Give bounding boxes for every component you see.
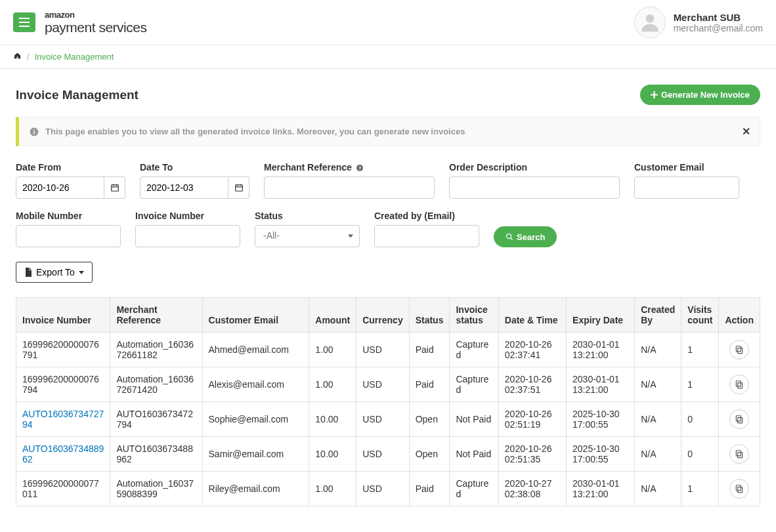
cell-created-by: N/A	[635, 437, 681, 472]
cell-invoice-status: Not Paid	[450, 437, 498, 472]
date-from-group: Date From	[16, 162, 125, 199]
status-group: Status -All-	[255, 211, 360, 247]
cell-currency: USD	[356, 402, 409, 437]
page-header: Invoice Management Generate New Invoice	[0, 69, 776, 117]
th-amount[interactable]: Amount	[309, 298, 356, 333]
merchant-ref-label: Merchant Reference ?	[264, 162, 435, 173]
invoice-number-group: Invoice Number	[135, 211, 240, 247]
menu-toggle-button[interactable]	[13, 12, 35, 32]
date-to-input[interactable]	[140, 176, 228, 199]
date-from-input[interactable]	[16, 176, 104, 199]
cell-invoice-number: 169996200000077011	[16, 472, 110, 506]
copy-button[interactable]	[729, 409, 749, 429]
date-to-picker-button[interactable]	[228, 176, 249, 199]
content: This page enables you to view all the ge…	[0, 117, 776, 522]
th-status[interactable]: Status	[409, 298, 450, 333]
cell-invoice-status: Captured	[450, 367, 498, 402]
cell-date-time: 2020-10-26 02:37:51	[498, 367, 566, 402]
th-invoice-status[interactable]: Invoice status	[450, 298, 498, 333]
date-from-picker-button[interactable]	[104, 176, 125, 199]
order-desc-group: Order Description	[449, 162, 620, 199]
home-icon[interactable]	[13, 52, 22, 62]
cell-expiry-date: 2025-10-30 17:00:55	[567, 402, 635, 437]
user-info: Merchant SUB merchant@email.com	[674, 12, 763, 33]
cell-currency: USD	[356, 437, 409, 472]
table-row: 169996200000076791Automation_16036726611…	[16, 333, 760, 367]
customer-email-label: Customer Email	[634, 162, 739, 173]
search-button[interactable]: Search	[494, 226, 557, 247]
th-invoice-number[interactable]: Invoice Number	[16, 298, 110, 333]
brand-top: amazon	[45, 10, 146, 19]
created-by-label: Created by (Email)	[374, 211, 479, 221]
th-customer-email[interactable]: Customer Email	[202, 298, 309, 333]
th-merchant-reference[interactable]: Merchant Reference	[110, 298, 202, 333]
table-header-row: Invoice Number Merchant Reference Custom…	[16, 298, 760, 333]
invoice-number-input[interactable]	[135, 225, 240, 247]
svg-rect-10	[737, 346, 741, 352]
cell-currency: USD	[356, 333, 409, 367]
export-button[interactable]: Export To	[16, 262, 93, 283]
cell-customer-email: Alexis@email.com	[202, 367, 309, 402]
merchant-ref-input[interactable]	[264, 176, 435, 199]
mobile-number-input[interactable]	[16, 225, 121, 247]
close-icon[interactable]: ✕	[742, 125, 750, 138]
status-select[interactable]: -All-	[255, 225, 360, 247]
help-icon[interactable]: ?	[356, 164, 364, 172]
copy-icon	[735, 415, 744, 424]
th-action: Action	[719, 298, 760, 333]
date-from-label: Date From	[16, 162, 125, 173]
svg-rect-2	[33, 131, 35, 134]
cell-expiry-date: 2025-10-30 17:00:55	[567, 437, 635, 472]
th-currency[interactable]: Currency	[356, 298, 409, 333]
cell-merchant-reference: AUTO1603673472794	[110, 402, 202, 437]
date-to-label: Date To	[140, 162, 249, 173]
cell-visits-count: 1	[681, 333, 719, 367]
customer-email-input[interactable]	[634, 176, 739, 199]
export-button-label: Export To	[36, 267, 75, 277]
search-button-label: Search	[517, 232, 545, 242]
cell-invoice-status: Captured	[450, 472, 498, 506]
cell-action	[719, 367, 760, 402]
breadcrumb-current[interactable]: Invoice Management	[35, 52, 114, 62]
cell-invoice-status: Captured	[450, 333, 498, 367]
cell-invoice-number: 169996200000076791	[16, 333, 110, 367]
svg-rect-13	[738, 418, 743, 423]
date-to-group: Date To	[140, 162, 249, 199]
cell-invoice-number[interactable]: AUTO1603673472794	[16, 402, 110, 437]
th-visits-count[interactable]: Visits count	[681, 298, 719, 333]
th-date-time[interactable]: Date & Time	[498, 298, 566, 333]
cell-customer-email: Riley@email.com	[202, 472, 309, 506]
svg-rect-9	[738, 348, 743, 354]
cell-action	[719, 472, 760, 506]
cell-expiry-date: 2030-01-01 13:21:00	[567, 367, 635, 402]
cell-invoice-status: Not Paid	[450, 402, 498, 437]
avatar[interactable]	[634, 7, 666, 38]
created-by-input[interactable]	[374, 225, 479, 247]
generate-invoice-label: Generate New Invoice	[661, 90, 750, 100]
th-expiry-date[interactable]: Expiry Date	[567, 298, 635, 333]
cell-customer-email: Sophie@email.com	[202, 402, 309, 437]
table-row: AUTO1603673472794AUTO1603673472794Sophie…	[16, 402, 760, 437]
table-row: AUTO1603673488962AUTO1603673488962Samir@…	[16, 437, 760, 472]
copy-button[interactable]	[729, 444, 749, 464]
cell-date-time: 2020-10-26 02:51:19	[498, 402, 566, 437]
copy-button[interactable]	[729, 375, 749, 394]
th-created-by[interactable]: Created By	[635, 298, 681, 333]
cell-action	[719, 333, 760, 367]
table-row: 169996200000076794Automation_16036726714…	[16, 367, 760, 402]
mobile-number-label: Mobile Number	[16, 211, 121, 221]
cell-visits-count: 0	[681, 437, 719, 472]
search-icon	[506, 233, 513, 241]
caret-down-icon	[79, 271, 84, 274]
cell-invoice-number: 169996200000076794	[16, 367, 110, 402]
cell-invoice-number[interactable]: AUTO1603673488962	[16, 437, 110, 472]
cell-action	[719, 437, 760, 472]
cell-status: Paid	[409, 333, 450, 367]
generate-invoice-button[interactable]: Generate New Invoice	[640, 85, 760, 105]
user-name: Merchant SUB	[674, 12, 763, 23]
cell-status: Open	[409, 402, 450, 437]
copy-button[interactable]	[729, 340, 749, 359]
order-desc-input[interactable]	[449, 176, 620, 199]
brand-logo: amazon payment services	[45, 10, 146, 34]
copy-button[interactable]	[729, 479, 749, 499]
